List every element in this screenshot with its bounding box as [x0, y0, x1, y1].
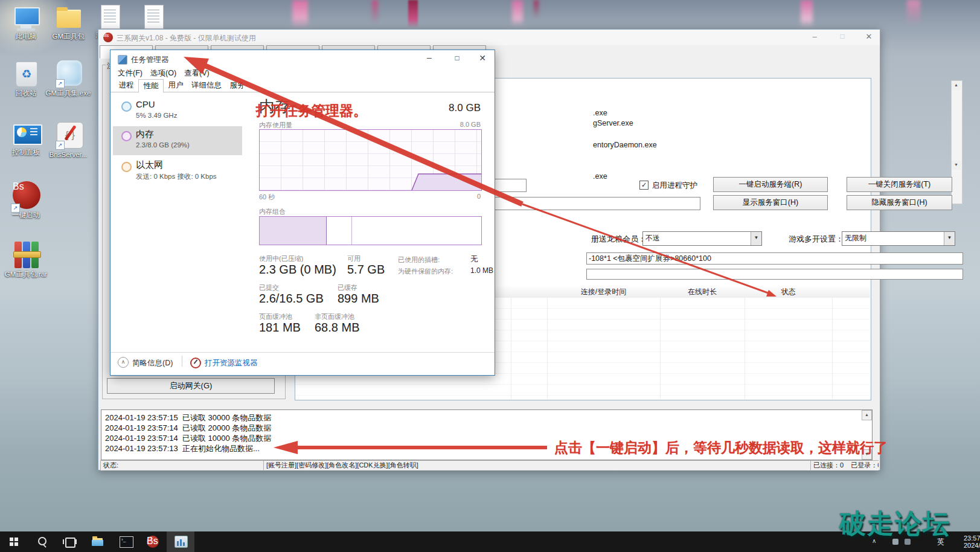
chevron-down-icon[interactable]: ▼ [751, 232, 761, 245]
statusbar-state: 状态: [100, 460, 264, 470]
scroll-down-icon[interactable]: ▼ [952, 161, 961, 170]
scroll-up-icon[interactable]: ▲ [952, 81, 961, 90]
multi-open-label: 游戏多开设置： [789, 234, 844, 245]
gateway-app-icon: Bs [103, 33, 113, 42]
gateway-titlebar[interactable]: Bs 三系网关v1.08 - 免费版 - 仅限单机测试使用 – □ ✕ [98, 30, 880, 45]
tab-details[interactable]: 详细信息 [188, 79, 225, 91]
hw-reserved-label: 为硬件保留的内存: [398, 267, 453, 276]
desktop-icon-this-pc[interactable]: 此电脑 [5, 4, 47, 47]
shortcut-arrow-icon: ↗ [56, 141, 65, 150]
combobox-value: 无限制 [845, 233, 866, 243]
param-field[interactable] [479, 197, 700, 210]
perf-sidebar-memory[interactable]: 内存 2.3/8.0 GB (29%) [113, 126, 242, 155]
pie-glyph [17, 127, 27, 137]
bs-logo-icon: Bs [147, 536, 159, 548]
composition-modified-divider [351, 217, 352, 245]
wallpaper-streak [907, 0, 920, 25]
table-header-cell[interactable]: 在线时长 [660, 286, 745, 298]
folder-front [92, 540, 103, 546]
desktop-icon-recycle-bin[interactable]: ♻ 回收站 [5, 58, 47, 105]
menu-file[interactable]: 文件(F) [118, 68, 143, 79]
statusbar-counts: 已连接：0 已登录：0 游戏中：0 [810, 460, 879, 470]
checkbox-box[interactable]: ✓ [639, 181, 649, 190]
task-view-side [63, 539, 64, 544]
table-header-cell[interactable]: 连接/登录时间 [547, 286, 661, 298]
taskman-title: 任务管理器 [131, 55, 169, 65]
task-view-button[interactable] [56, 531, 83, 552]
maximize-button[interactable]: □ [445, 54, 469, 67]
monitor-icon [14, 7, 40, 25]
table-header-cell[interactable]: 状态 [745, 286, 833, 298]
tab-performance[interactable]: 性能 [138, 79, 164, 93]
extra-field[interactable] [586, 269, 963, 280]
close-button[interactable]: ✕ [858, 32, 880, 43]
wallpaper-streak [801, 0, 813, 28]
clock-time: 23:57 [964, 534, 980, 542]
taskbar-clock[interactable]: 23:57 2024/1/19 [964, 534, 980, 549]
memory-composition-label: 内存组合 [259, 207, 286, 216]
log-line: 2024-01-19 23:57:14 已读取 20000 条物品数据 [105, 423, 271, 434]
show-server-windows-button[interactable]: 显示服务窗口(H) [713, 195, 828, 210]
desktop-icon-gm-folder[interactable]: GM工具包 [47, 4, 89, 47]
process-exe-name: gServer.exe [593, 119, 633, 127]
multi-open-combobox[interactable]: 无限制 ▼ [842, 231, 955, 246]
chevron-up-icon: ∧ [118, 357, 129, 368]
tab-processes[interactable]: 进程 [115, 79, 137, 91]
cached-value: 899 MB [338, 292, 379, 306]
minimize-button[interactable]: – [804, 32, 825, 43]
menu-options[interactable]: 选项(O) [150, 68, 176, 79]
resource-monitor-label: 打开资源监视器 [205, 358, 258, 368]
available-value: 5.7 GB [347, 263, 385, 277]
desktop-icon-bnsserver[interactable]: { } ↗ BnsServer... [47, 120, 89, 168]
menu-view[interactable]: 查看(V) [184, 68, 210, 79]
task-manager-window: 任务管理器 – □ ✕ 文件(F) 选项(O) 查看(V) 进程 性能 用户 详… [110, 50, 495, 376]
scroll-up-icon[interactable]: ▲ [862, 410, 872, 420]
mini-graph [180, 539, 182, 546]
task-manager-taskbar-button[interactable] [167, 531, 194, 552]
chevron-down-icon[interactable]: ▼ [944, 232, 955, 245]
minimize-button[interactable]: – [417, 53, 441, 66]
icon-label: 回收站 [3, 89, 49, 97]
wallpaper-streak [292, 0, 308, 29]
maximize-button[interactable]: □ [831, 32, 853, 43]
bs-gateway-taskbar-button[interactable]: Bs [139, 531, 167, 552]
member-gift-combobox[interactable]: 不送 ▼ [642, 231, 762, 246]
taskbar-search-button[interactable] [28, 531, 56, 552]
checkbox-label: 启用进程守护 [652, 181, 697, 191]
list-scrollbar[interactable]: ▲ ▼ [951, 80, 962, 204]
combobox-value: 不送 [645, 233, 660, 243]
icon-label: GM工具集.exe [45, 89, 91, 97]
stop-all-servers-button[interactable]: 一键关闭服务端(T) [847, 177, 952, 192]
file-explorer-button[interactable] [83, 531, 111, 552]
sidebar-item-name: 以太网 [136, 159, 163, 171]
perf-sidebar-cpu[interactable]: CPU 5% 3.49 GHz [113, 97, 242, 125]
tab-users[interactable]: 用户 [165, 79, 187, 91]
nonpaged-pool-value: 68.8 MB [315, 321, 359, 335]
footer-divider [110, 352, 495, 353]
console-window-button[interactable]: ›_ [111, 531, 139, 552]
col-line [511, 298, 511, 399]
start-all-servers-button[interactable]: 一键启动服务端(R) [713, 177, 828, 192]
register-items-field[interactable]: -108*1 <包裹空间扩展券>80660*100 [586, 252, 963, 265]
hide-server-windows-button[interactable]: 隐藏服务窗口(H) [847, 195, 952, 210]
perf-sidebar-ethernet[interactable]: 以太网 发送: 0 Kbps 接收: 0 Kbps [113, 158, 242, 185]
document-lines [104, 10, 116, 24]
close-button[interactable]: ✕ [472, 53, 493, 66]
tab-services[interactable]: 服务 [226, 79, 248, 91]
windows-logo-icon [10, 538, 18, 546]
rar-strap [13, 251, 41, 258]
desktop-icon-gm-rar[interactable]: GM工具包.rar [5, 239, 47, 295]
log-line: 2024-01-19 23:57:14 已读取 10000 条物品数据 [105, 433, 271, 444]
table-header-cell[interactable] [832, 286, 870, 298]
desktop-icon-control-panel[interactable]: 控制面板 [5, 120, 47, 168]
less-details-toggle[interactable]: ∧ 简略信息(D) [118, 357, 190, 369]
table-header-cell[interactable] [511, 286, 548, 298]
desktop-icon-one-click-start[interactable]: Bs ↗ 一键启动 [5, 179, 47, 233]
memory-usage-graph [259, 129, 482, 191]
desktop-icon-gm-tools-exe[interactable]: ↗ GM工具集.exe [47, 58, 89, 112]
folder-icon [57, 10, 81, 28]
start-gateway-button[interactable]: 启动网关(G) [107, 378, 275, 394]
start-button[interactable] [0, 531, 28, 552]
ethernet-ring-icon [121, 162, 132, 172]
clock-date: 2024/1/19 [964, 542, 980, 549]
